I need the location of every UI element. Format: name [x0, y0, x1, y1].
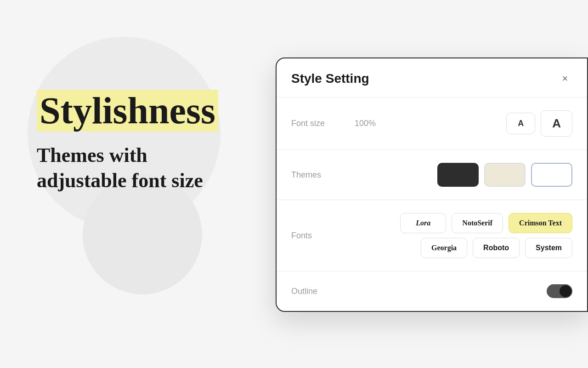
- fonts-label: Fonts: [291, 231, 351, 241]
- dialog-title: Style Setting: [291, 71, 369, 86]
- headline: Stylishness: [37, 92, 218, 130]
- themes-row: Themes: [277, 150, 587, 200]
- subheadline-line1: Themes with: [37, 144, 147, 167]
- headline-text: Stylishness: [37, 90, 218, 132]
- themes-controls: [351, 163, 572, 187]
- theme-dark-swatch[interactable]: [437, 163, 479, 187]
- fonts-grid: Lora NotoSerif Crimson Text Georgia Robo…: [400, 213, 572, 258]
- themes-label: Themes: [291, 170, 351, 180]
- font-size-percent: 100%: [355, 119, 376, 128]
- fonts-controls: Lora NotoSerif Crimson Text Georgia Robo…: [351, 213, 572, 258]
- fonts-row-1: Lora NotoSerif Crimson Text: [400, 213, 572, 233]
- font-roboto-btn[interactable]: Roboto: [473, 238, 520, 258]
- font-size-small-a: A: [518, 119, 524, 128]
- fonts-row: Fonts Lora NotoSerif Crimson Text Georgi…: [277, 200, 587, 271]
- outline-row: Outline: [277, 271, 587, 311]
- font-size-label-group: Font size 100%: [291, 119, 392, 128]
- outline-controls: [351, 284, 572, 298]
- font-size-large-btn[interactable]: A: [541, 110, 572, 137]
- font-notoserif-btn[interactable]: NotoSerif: [452, 213, 503, 233]
- font-crimsontext-btn[interactable]: Crimson Text: [509, 213, 572, 233]
- left-section: Stylishness Themes with adjustable font …: [37, 92, 218, 193]
- subheadline-line2: adjustable font size: [37, 169, 203, 192]
- font-size-controls: A A: [392, 110, 572, 137]
- theme-beige-swatch[interactable]: [484, 163, 526, 187]
- font-system-btn[interactable]: System: [525, 238, 572, 258]
- dialog-header: Style Setting ×: [277, 58, 587, 98]
- close-button[interactable]: ×: [558, 71, 572, 86]
- outline-label: Outline: [291, 287, 351, 296]
- font-georgia-btn[interactable]: Georgia: [421, 238, 467, 258]
- font-lora-btn[interactable]: Lora: [400, 213, 446, 233]
- subheadline: Themes with adjustable font size: [37, 143, 218, 193]
- font-size-label: Font size: [291, 119, 351, 128]
- font-size-small-btn[interactable]: A: [506, 113, 535, 134]
- toggle-thumb: [560, 285, 571, 297]
- font-size-row: Font size 100% A A: [277, 98, 587, 150]
- outline-toggle[interactable]: [547, 284, 572, 298]
- style-setting-dialog: Style Setting × Font size 100% A A Theme…: [276, 58, 588, 312]
- theme-white-swatch[interactable]: [531, 163, 572, 187]
- fonts-row-2: Georgia Roboto System: [421, 238, 572, 258]
- font-size-large-a: A: [552, 116, 561, 131]
